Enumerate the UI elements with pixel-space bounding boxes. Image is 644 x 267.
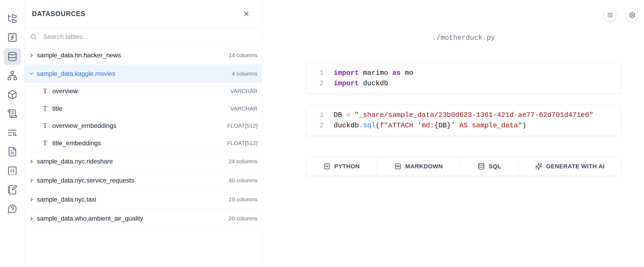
column-name: overview [52,87,78,95]
table-name: sample_data.who.ambient_air_quality [37,215,143,222]
square-code-icon [323,163,330,170]
rail-item-file-text[interactable] [4,143,21,160]
column-type: VARCHAR [230,105,257,112]
rail-item-box[interactable] [4,86,21,103]
table-columns-count: 20 columns [229,215,257,222]
table-row[interactable]: sample_data.nyc.service_requests40 colum… [25,171,262,190]
datasources-panel-header: DATASOURCES [25,0,262,28]
table-name: sample_data.hn.hacker_news [37,51,121,59]
table-row[interactable]: sample_data.who.ambient_air_quality20 co… [25,209,262,228]
close-panel-button[interactable] [242,9,251,18]
search-input[interactable] [43,33,255,40]
table-columns-list: ToverviewVARCHARTtitleVARCHARToverview_e… [25,83,262,152]
rail-item-folder-tree[interactable] [4,10,21,27]
add-cell-button-label: PYTHON [334,163,360,170]
square-function-icon [7,32,17,43]
code-cell[interactable]: 12DB = "_share/sample_data/23b0d623-1361… [306,105,621,136]
column-type: FLOAT[512] [227,140,257,146]
square-dashed-bottom-code-icon [7,166,17,176]
notebook-content: ./motherduck.py 12import marimo as moimp… [306,0,621,176]
add-cell-button-label: MARKDOWN [405,163,443,170]
table-row[interactable]: sample_data.kaggle.movies4 columns [25,65,262,83]
message-circle-question-icon [7,204,17,214]
type-text-icon: T [42,87,48,95]
folder-tree-icon [7,13,17,24]
chevron-right-icon[interactable] [29,216,34,221]
rail-item-message-circle-question[interactable] [4,200,21,217]
rail-item-square-function[interactable] [4,29,21,46]
add-cell-sql-button[interactable]: SQL [460,157,519,176]
add-cell-bar: PYTHONMARKDOWNSQLGENERATE WITH AI [306,157,621,176]
column-row[interactable]: Ttitle_embeddingsFLOAT[512] [25,135,262,152]
rail-item-text-search[interactable] [4,124,21,141]
code-editor[interactable]: DB = "_share/sample_data/23b0d623-1361-4… [326,110,593,131]
column-name: overview_embeddings [52,122,117,129]
column-type: VARCHAR [230,88,257,94]
settings-button[interactable] [625,8,639,21]
table-name: sample_data.kaggle.movies [37,70,115,77]
rail-item-scroll-text[interactable] [4,105,21,122]
tables-list: sample_data.hn.hacker_news14 columnssamp… [25,46,262,228]
column-name: title [52,105,62,112]
column-row[interactable]: TtitleVARCHAR [25,100,262,117]
database-icon [7,51,17,62]
add-cell-button-label: SQL [489,163,501,170]
notebook-area: ./motherduck.py 12import marimo as moimp… [262,0,644,267]
table-row[interactable]: sample_data.nyc.rideshare24 columns [25,152,262,171]
datasources-panel: DATASOURCES sample_data.hn.hacker_news14… [25,0,262,267]
scroll-text-icon [7,109,17,119]
table-columns-count: 19 columns [229,196,257,203]
notebook-pen-icon [7,185,17,195]
add-cell-python-button[interactable]: PYTHON [306,157,377,176]
chevron-down-icon[interactable] [29,71,34,76]
code-cell[interactable]: 12import marimo as moimport duckdb [306,62,621,94]
column-row[interactable]: ToverviewVARCHAR [25,83,262,100]
search-icon [30,34,37,40]
table-name: sample_data.nyc.rideshare [37,158,113,165]
rail-item-database[interactable] [4,48,21,65]
column-name: title_embeddings [52,139,101,147]
add-cell-generate-with-ai-button[interactable]: GENERATE WITH AI [519,157,621,176]
panel-title: DATASOURCES [32,10,85,18]
table-columns-count: 14 columns [229,52,257,58]
file-text-icon [7,147,17,157]
line-numbers: 12 [306,110,326,131]
add-cell-button-label: GENERATE WITH AI [546,163,605,170]
type-text-icon: T [42,105,48,112]
line-numbers: 12 [306,68,326,88]
table-columns-count: 4 columns [232,71,257,77]
x-icon [243,10,250,17]
chevron-right-icon[interactable] [29,159,34,164]
table-name: sample_data.nyc.taxi [37,196,96,203]
notebook-filename[interactable]: ./motherduck.py [306,34,621,42]
rail-item-notebook-pen[interactable] [4,181,21,198]
box-icon [7,90,17,100]
column-row[interactable]: Toverview_embeddingsFLOAT[512] [25,117,262,135]
table-columns-count: 24 columns [229,158,257,165]
cells-container: 12import marimo as moimport duckdb12DB =… [306,62,621,136]
type-text-icon: T [42,139,48,147]
chevron-right-icon[interactable] [29,197,34,202]
table-name: sample_data.nyc.service_requests [37,177,134,184]
column-type: FLOAT[512] [227,123,257,129]
menu-button[interactable] [603,8,617,21]
code-editor[interactable]: import marimo as moimport duckdb [326,68,413,88]
chevron-right-icon[interactable] [29,178,34,183]
table-columns-count: 40 columns [229,177,257,184]
search-row [25,28,262,46]
rail-item-square-dashed-bottom-code[interactable] [4,162,21,179]
table-row[interactable]: sample_data.nyc.taxi19 columns [25,190,262,209]
network-icon [7,71,17,81]
text-search-icon [7,128,17,138]
square-m-icon [394,163,402,170]
type-text-icon: T [42,122,48,129]
add-cell-markdown-button[interactable]: MARKDOWN [377,157,460,176]
settings-icon [629,12,636,18]
sidebar-icon-rail [0,0,25,267]
database-icon [478,163,485,170]
notebook-topbar [603,8,639,21]
table-row[interactable]: sample_data.hn.hacker_news14 columns [25,46,262,65]
rail-item-network[interactable] [4,67,21,84]
chevron-right-icon[interactable] [29,53,34,58]
menu-icon [607,12,614,18]
